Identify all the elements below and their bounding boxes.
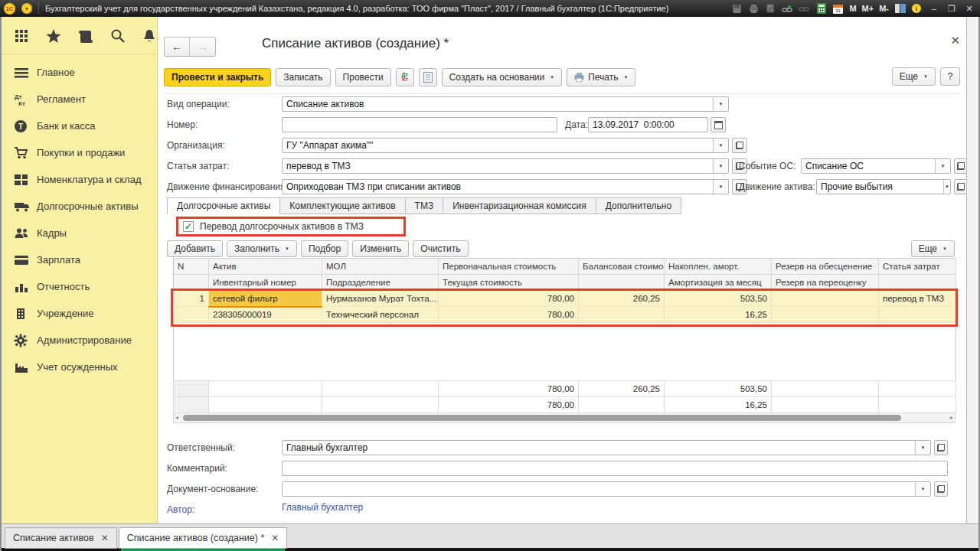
main-menu-dropdown-icon[interactable]: ▼ [21,3,32,14]
asset-movement-input[interactable] [817,180,943,194]
financing-dropdown-icon[interactable]: ▼ [713,180,728,194]
organization-dropdown-icon[interactable]: ▼ [713,139,728,152]
memory-plus-button[interactable]: M+ [862,4,874,13]
financing-input[interactable] [283,180,713,194]
tab-dopolnitelno[interactable]: Дополнительно [596,197,681,214]
operation-input[interactable] [283,97,713,111]
tab-komplektuyushchie[interactable]: Комплектующие активов [280,197,405,214]
document-register-button[interactable] [419,68,437,86]
scroll-left-icon[interactable]: ◂ [175,414,178,421]
empty-cell[interactable] [579,307,665,323]
revaluation-reserve-cell[interactable] [772,307,879,323]
notifications-bell-icon[interactable] [141,28,157,44]
sidebar-item-zarplata[interactable]: Зарплата [2,246,157,273]
help-button[interactable]: ? [940,67,960,86]
save-button[interactable]: Записать [276,68,330,86]
col-header[interactable]: Первоначальная стоимость [439,259,579,275]
close-tab-icon[interactable]: ✕ [101,533,109,543]
close-window-icon[interactable]: ✕ [963,4,975,14]
col-header[interactable]: МОЛ [322,259,439,275]
forward-button[interactable]: → [190,37,215,56]
cost-item-dropdown-icon[interactable]: ▼ [713,159,728,173]
col-header[interactable]: Амортизация за месяц [665,275,772,291]
print-preview-icon[interactable] [765,3,776,14]
base-document-open-button[interactable] [934,481,948,497]
task-tab-spisanie-aktivov-sozdanie[interactable]: Списание активов (создание) * ✕ [119,527,288,549]
post-button[interactable]: Провести [335,68,391,86]
minimize-icon[interactable]: – [928,4,940,13]
responsible-open-button[interactable] [934,440,948,455]
base-document-dropdown-icon[interactable]: ▼ [915,482,930,496]
col-header[interactable]: N [174,259,209,275]
task-tab-spisanie-aktivov[interactable]: Списание активов ✕ [5,527,117,549]
initial-cost-cell[interactable]: 780,00 [439,291,579,307]
col-header[interactable]: Накоплен. аморт. [665,259,772,275]
sidebar-item-administrirovanie[interactable]: Администрирование [2,327,157,354]
calculator-icon[interactable] [815,3,827,14]
col-header[interactable]: Резерв на обесценение [772,259,879,275]
tab-inventarizatsionnaya[interactable]: Инвентаризационная комиссия [443,197,596,214]
sidebar-item-pokupki[interactable]: Покупки и продажи [2,139,157,166]
sidebar-item-otchetnost[interactable]: Отчетность [2,273,157,300]
sidebar-item-bank-kassa[interactable]: Т Банк и касса [2,112,157,139]
cost-item-cell[interactable]: перевод в ТМЗ [879,291,956,307]
inventory-number-cell[interactable]: 238305000019 [209,307,322,323]
asset-movement-dropdown-icon[interactable]: ▼ [943,180,950,194]
asset-cell-selected[interactable]: сетевой фильтр [209,291,322,307]
calendar-icon[interactable]: 31 [832,3,844,14]
base-document-input[interactable] [283,482,915,496]
link-icon[interactable] [799,3,810,14]
search-icon[interactable] [109,28,126,44]
save-icon[interactable] [731,3,743,14]
split-view-icon[interactable] [894,3,906,14]
tab-tmz[interactable]: ТМЗ [406,197,444,214]
fill-button[interactable]: Заполнить▼ [227,240,297,257]
info-icon[interactable]: i [911,3,923,14]
apps-grid-icon[interactable] [14,28,30,44]
department-cell[interactable]: Технический персонал [322,307,439,323]
current-cost-cell[interactable]: 780,00 [439,307,579,323]
memory-button[interactable]: M [849,4,856,13]
sidebar-item-kadry[interactable]: Кадры [2,220,157,246]
organization-input[interactable] [283,139,713,152]
col-header[interactable]: Балансовая стоимость [579,259,665,275]
attach-link-icon[interactable] [782,3,793,14]
os-event-input[interactable] [802,159,935,173]
sidebar-item-reglament[interactable]: ДтКт Регламент [2,86,157,112]
transfer-to-tmz-checkbox[interactable]: ✓ [183,221,194,232]
print-button[interactable]: Печать▼ [567,68,635,86]
col-header[interactable]: Инвентарный номер [209,275,322,291]
col-header[interactable]: Подразделение [322,275,439,291]
comment-input[interactable] [283,461,947,475]
organization-open-button[interactable] [732,138,747,153]
responsible-dropdown-icon[interactable]: ▼ [915,441,930,455]
month-depreciation-cell[interactable]: 16,25 [665,307,772,323]
date-calendar-button[interactable] [710,117,726,132]
scrollbar-thumb[interactable] [183,415,901,421]
col-header[interactable]: Резерв на переоценку [772,275,879,291]
memory-minus-button[interactable]: M- [879,4,889,13]
col-header[interactable]: Актив [209,259,322,275]
col-header[interactable]: Статья затрат [879,259,956,275]
pick-button[interactable]: Подбор [301,240,348,257]
table-more-button[interactable]: Еще▼ [911,240,955,257]
empty-cell[interactable] [879,307,956,323]
number-input[interactable] [283,118,557,132]
impairment-reserve-cell[interactable] [772,291,879,307]
scroll-right-icon[interactable]: ▸ [950,414,953,421]
table-row-line1[interactable]: 1 сетевой фильтр Нурмаханов Мурат Тохта.… [174,291,956,307]
create-based-on-button[interactable]: Создать на основании▼ [442,68,562,86]
mol-cell[interactable]: Нурмаханов Мурат Тохта... [322,291,439,307]
accum-depreciation-cell[interactable]: 503,50 [665,291,772,307]
col-header[interactable] [174,275,209,291]
sidebar-item-dolgosrochnye[interactable]: Долгосрочные активы [2,193,157,220]
sidebar-item-uchet-osuzhdennyh[interactable]: Учет осужденных [2,354,157,380]
horizontal-scrollbar[interactable]: ◂ ▸ [173,413,956,423]
responsible-input[interactable] [283,441,915,455]
sidebar-item-nomenklatura[interactable]: Номенклатура и склад [2,166,157,193]
maximize-icon[interactable]: ❐ [946,4,958,14]
edit-row-button[interactable]: Изменить [352,240,409,257]
close-form-icon[interactable]: ✕ [950,34,960,47]
date-input[interactable] [589,118,715,132]
add-row-button[interactable]: Добавить [167,240,223,257]
